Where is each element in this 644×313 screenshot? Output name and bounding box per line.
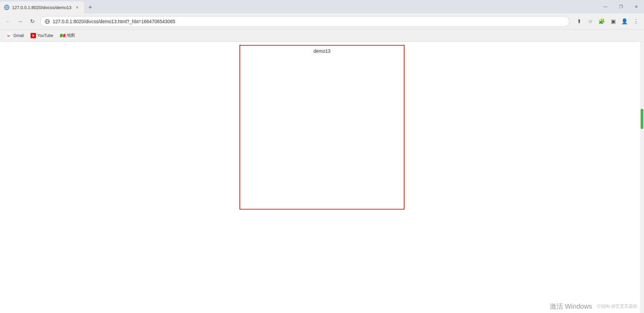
secure-icon: [45, 19, 50, 24]
bookmark-gmail[interactable]: M Gmail: [4, 32, 26, 40]
bookmark-gmail-label: Gmail: [13, 33, 24, 38]
bookmark-maps[interactable]: 地图: [57, 31, 77, 40]
svg-marker-15: [63, 34, 65, 38]
youtube-icon: [31, 33, 36, 38]
share-button[interactable]: ⬆: [574, 16, 584, 27]
tab-title: 127.0.0.1:8020/divcss/demo13: [12, 5, 71, 10]
demo-box-title: demo13: [240, 48, 404, 54]
tab-favicon-icon: [4, 5, 9, 10]
bookmark-button[interactable]: ☆: [585, 16, 596, 27]
svg-text:M: M: [7, 35, 10, 38]
extensions-button[interactable]: 🧩: [596, 16, 607, 27]
bottom-watermark-area: 激活 Windows CSDN @芝芝又荔枝: [476, 300, 644, 313]
maximize-button[interactable]: ❐: [613, 0, 629, 13]
profile-button[interactable]: 👤: [619, 16, 630, 27]
close-button[interactable]: ✕: [629, 0, 644, 13]
csdn-text: CSDN @芝芝又荔枝: [597, 303, 637, 309]
reload-button[interactable]: ↻: [27, 16, 38, 27]
new-tab-button[interactable]: +: [86, 3, 95, 12]
bookmark-maps-label: 地图: [67, 33, 75, 38]
scrollbar-thumb[interactable]: [641, 109, 643, 129]
svg-marker-13: [60, 34, 62, 38]
gmail-icon: M: [7, 33, 12, 38]
minimize-button[interactable]: —: [598, 0, 613, 13]
menu-button[interactable]: ⋮: [631, 16, 641, 27]
toolbar: ← → ↻ ⬆ ☆ 🧩 ▣ 👤 ⋮: [0, 13, 644, 30]
back-button[interactable]: ←: [3, 16, 13, 27]
sidebar-toggle-button[interactable]: ▣: [608, 16, 619, 27]
window-controls: — ❐ ✕: [598, 0, 644, 13]
browser-window: 127.0.0.1:8020/divcss/demo13 × + — ❐ ✕ ←…: [0, 0, 644, 313]
bookmarks-bar: M Gmail YouTube 地图: [0, 30, 644, 42]
bookmark-youtube-label: YouTube: [37, 33, 53, 38]
address-bar[interactable]: [40, 16, 570, 27]
tab-bar: 127.0.0.1:8020/divcss/demo13 × + — ❐ ✕: [0, 0, 644, 13]
bookmark-youtube[interactable]: YouTube: [28, 32, 56, 40]
active-tab[interactable]: 127.0.0.1:8020/divcss/demo13 ×: [0, 1, 84, 13]
tab-close-button[interactable]: ×: [74, 4, 80, 10]
svg-point-16: [62, 35, 63, 36]
forward-button[interactable]: →: [15, 16, 25, 27]
activate-windows-text: 激活 Windows: [550, 302, 592, 311]
toolbar-right-buttons: ⬆ ☆ 🧩 ▣ 👤 ⋮: [574, 16, 641, 27]
demo-box: demo13: [239, 45, 405, 210]
page-content: demo13 激活 Windows CSDN @芝芝又荔枝: [0, 42, 644, 313]
scrollbar[interactable]: [640, 42, 644, 313]
maps-icon: [60, 33, 65, 38]
address-input[interactable]: [53, 19, 565, 24]
